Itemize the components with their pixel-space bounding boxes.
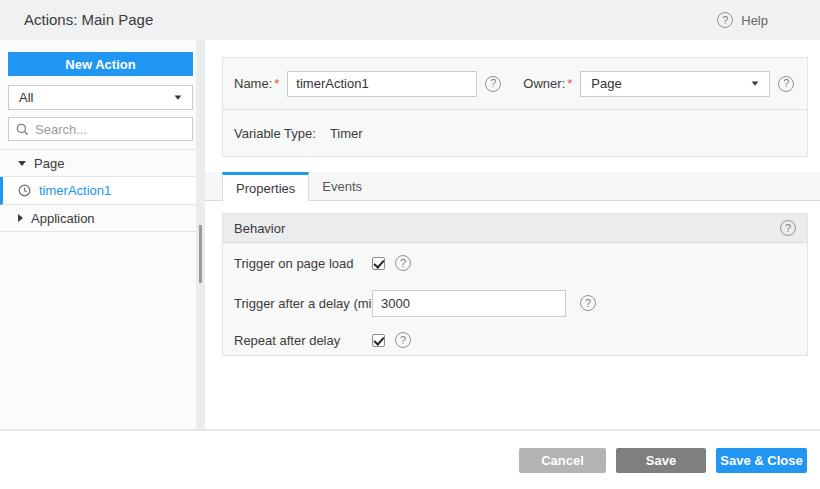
behavior-section-header: Behavior	[223, 214, 807, 243]
trigger-delay-label: Trigger after a delay (millisec...	[234, 296, 372, 311]
owner-select-value: Page	[591, 76, 751, 91]
clock-icon	[18, 184, 31, 197]
chevron-down-icon	[175, 95, 182, 99]
actions-tree: Page timerAction1 Application	[0, 149, 196, 232]
search-input[interactable]	[35, 122, 185, 137]
tab-events[interactable]: Events	[309, 172, 375, 201]
trigger-on-page-load-row: Trigger on page load	[223, 245, 807, 281]
tree-item-page[interactable]: Page	[0, 150, 196, 177]
triangle-down-icon	[18, 161, 26, 166]
trigger-delay-help-icon[interactable]	[580, 295, 596, 311]
name-owner-row: Name:* Owner:* Page	[223, 58, 807, 110]
sidebar-scrollbar[interactable]	[196, 40, 205, 429]
tree-item-label: Page	[34, 156, 196, 171]
cancel-button[interactable]: Cancel	[519, 448, 606, 473]
save-and-close-button[interactable]: Save & Close	[716, 448, 807, 473]
help-label: Help	[741, 13, 768, 28]
help-icon	[717, 12, 733, 28]
trigger-on-page-load-help-icon[interactable]	[395, 255, 411, 271]
save-button[interactable]: Save	[616, 448, 706, 473]
repeat-after-delay-checkbox[interactable]	[372, 334, 385, 347]
tree-item-label: Application	[31, 211, 196, 226]
name-help-icon[interactable]	[485, 76, 501, 92]
repeat-after-delay-label: Repeat after delay	[234, 333, 372, 348]
name-input[interactable]	[287, 71, 477, 97]
variable-type-value: Timer	[330, 126, 363, 141]
behavior-panel: Behavior Trigger on page load Trigger af…	[222, 213, 808, 356]
required-marker: *	[274, 76, 279, 91]
behavior-help-icon[interactable]	[780, 220, 796, 236]
tree-item-label: timerAction1	[39, 183, 196, 198]
scrollbar-thumb[interactable]	[199, 225, 202, 283]
filter-dropdown[interactable]: All	[8, 85, 193, 110]
behavior-title: Behavior	[234, 221, 285, 236]
trigger-on-page-load-checkbox[interactable]	[372, 257, 385, 270]
repeat-after-delay-row: Repeat after delay	[223, 325, 807, 355]
trigger-delay-row: Trigger after a delay (millisec...	[223, 281, 807, 325]
page-title: Actions: Main Page	[24, 0, 153, 40]
owner-help-icon[interactable]	[778, 76, 794, 92]
owner-select[interactable]: Page	[580, 71, 770, 97]
chevron-down-icon	[752, 81, 759, 85]
action-form-panel: Name:* Owner:* Page Variable Type: Timer	[222, 57, 808, 157]
variable-type-row: Variable Type: Timer	[223, 110, 807, 156]
name-label: Name:*	[234, 76, 279, 91]
header-bar: Actions: Main Page Help	[0, 0, 820, 40]
footer-bar: Cancel Save Save & Close	[0, 431, 820, 489]
trigger-delay-input[interactable]	[372, 290, 566, 317]
main-area: Name:* Owner:* Page Variable Type: Timer…	[205, 40, 820, 429]
help-button[interactable]: Help	[717, 0, 768, 40]
filter-dropdown-value: All	[19, 90, 174, 105]
search-box	[8, 117, 193, 141]
actions-dialog: Actions: Main Page Help New Action All P…	[0, 0, 820, 489]
owner-label: Owner:*	[523, 76, 572, 91]
sidebar: New Action All Page timerAction1	[0, 40, 205, 429]
repeat-after-delay-help-icon[interactable]	[395, 332, 411, 348]
required-marker: *	[567, 76, 572, 91]
tree-item-application[interactable]: Application	[0, 205, 196, 232]
triangle-right-icon	[18, 214, 23, 222]
tab-properties[interactable]: Properties	[222, 172, 309, 201]
tree-item-timeraction1[interactable]: timerAction1	[0, 177, 196, 205]
search-icon	[16, 123, 29, 136]
variable-type-label: Variable Type:	[234, 126, 316, 141]
tab-bar: Properties Events	[205, 172, 820, 201]
new-action-button[interactable]: New Action	[8, 52, 193, 76]
trigger-on-page-load-label: Trigger on page load	[234, 256, 372, 271]
